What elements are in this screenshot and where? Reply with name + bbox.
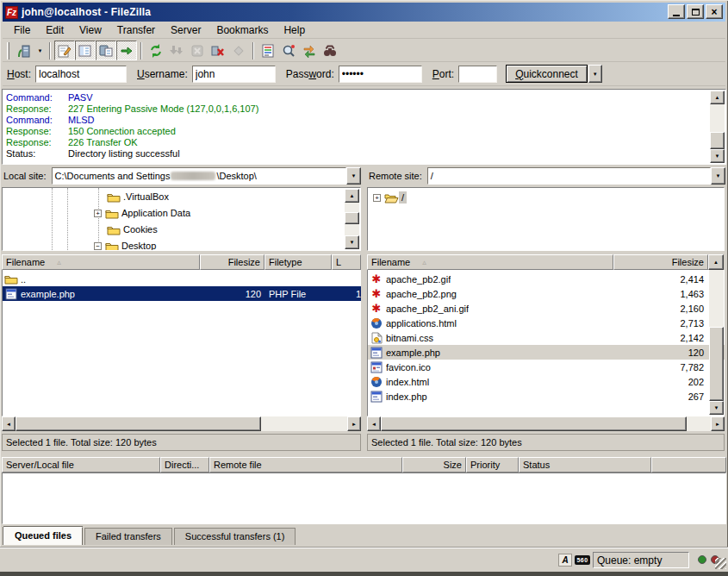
scrollbar-left-button[interactable]: ◄ [2,416,16,431]
refresh-button[interactable] [146,41,166,60]
site-manager-dropdown-button[interactable]: ▼ [34,41,46,60]
scrollbar-down-button[interactable]: ▼ [345,235,359,249]
toggle-message-log-button[interactable] [54,41,75,60]
file-row[interactable]: ✱ apache_pb2_ani.gif 2,160 [368,301,725,316]
scrollbar-thumb[interactable] [345,212,359,224]
file-row[interactable]: ✱ apache_pb2.gif 2,414 [368,272,725,286]
file-row-parent-dir[interactable]: .. [3,272,361,286]
toggle-transfer-queue-button[interactable] [116,41,137,60]
host-input[interactable] [35,66,127,83]
username-input[interactable] [192,66,276,83]
column-header-server-local-file[interactable]: Server/Local file [2,457,160,473]
quickconnect-button[interactable]: Quickconnect [506,65,588,83]
scrollbar-left-button[interactable]: ◄ [367,416,381,431]
quickconnect-dropdown-button[interactable]: ▼ [588,65,602,83]
scrollbar-thumb[interactable] [709,327,724,401]
tree-item-root[interactable]: + / [373,190,407,205]
title-bar[interactable]: Fz john@localhost - FileZilla × [3,3,725,22]
column-header-status[interactable]: Status [519,457,651,473]
local-horizontal-scrollbar[interactable]: ◄ ► [2,416,361,431]
scrollbar-up-button[interactable]: ▲ [708,254,724,270]
tab-failed-transfers[interactable]: Failed transfers [84,528,172,545]
port-input[interactable] [458,66,497,83]
tab-successful-transfers[interactable]: Successful transfers (1) [174,528,296,545]
menu-file[interactable]: File [6,22,38,39]
toggle-local-tree-button[interactable] [75,41,96,60]
menu-edit[interactable]: Edit [38,22,72,39]
remote-site-combobox[interactable]: / ▼ [427,167,725,185]
local-site-dropdown-button[interactable]: ▼ [346,167,361,185]
tree-item-desktop[interactable]: − Desktop [94,238,159,251]
file-row[interactable]: ✱ apache_pb2.png 1,463 [368,286,725,301]
remote-tree-icon [98,43,114,59]
file-row[interactable]: index.php 267 [368,389,725,404]
process-queue-button[interactable] [166,41,187,60]
file-row-example-php[interactable]: example.php 120 PHP File 1 [3,286,361,301]
queue-list[interactable] [2,473,726,524]
file-row[interactable]: bitnami.css 2,142 [368,330,725,345]
file-row[interactable]: favicon.ico 7,782 [368,360,725,374]
queue-header: Server/Local file Directi... Remote file… [2,457,726,473]
tree-item-application-data[interactable]: + Application Data [94,205,193,221]
scrollbar-right-button[interactable]: ► [347,416,361,431]
resize-grip-icon[interactable] [715,558,726,569]
file-row[interactable]: applications.html 2,713 [368,316,725,330]
menu-server[interactable]: Server [163,22,208,39]
find-files-button[interactable] [320,41,340,60]
column-header-filename[interactable]: Filename▵ [2,254,200,270]
filezilla-window: Fz john@localhost - FileZilla × File Edi… [0,0,728,576]
scrollbar-thumb[interactable] [710,132,725,149]
scrollbar-thumb[interactable] [381,416,687,431]
close-button[interactable]: × [706,4,723,19]
site-manager-button[interactable] [14,41,34,60]
remote-site-dropdown-button[interactable]: ▼ [711,167,725,185]
maximize-button[interactable] [687,4,704,19]
scrollbar-right-button[interactable]: ► [711,416,725,431]
scrollbar-down-button[interactable]: ▼ [709,401,724,415]
php-file-icon [370,347,383,359]
column-header-remote-file[interactable]: Remote file [209,457,402,473]
column-header-priority[interactable]: Priority [466,457,519,473]
local-site-path[interactable]: C:\Documents and Settings\Desktop\ [52,167,346,185]
column-header-filename[interactable]: Filename▵ [367,254,613,270]
scrollbar-up-button[interactable]: ▲ [710,91,725,104]
file-row-selected[interactable]: example.php 120 [368,345,725,360]
directory-comparison-button[interactable] [278,41,299,60]
scrollbar-thumb[interactable] [16,416,261,431]
column-header-size[interactable]: Size [402,457,466,473]
collapse-minus-icon[interactable]: − [94,242,102,250]
synchronized-browsing-button[interactable] [299,41,320,60]
tree-item-virtualbox[interactable]: .VirtualBox [107,189,171,204]
disconnect-button[interactable] [208,41,228,60]
reconnect-button[interactable] [228,41,249,60]
remote-horizontal-scrollbar[interactable]: ◄ ► [367,416,725,431]
scrollbar-down-button[interactable]: ▼ [710,149,725,163]
file-row[interactable]: index.html 202 [368,374,725,389]
menu-bookmarks[interactable]: Bookmarks [208,22,276,39]
remote-file-list: ✱ apache_pb2.gif 2,414 ✱ apache_pb2.png … [367,270,725,416]
tree-item-cookies[interactable]: Cookies [107,222,160,237]
password-input[interactable] [339,66,422,83]
expand-plus-icon[interactable]: + [94,210,102,217]
toolbar-grip[interactable] [7,42,9,59]
column-header-filesize[interactable]: Filesize [613,254,708,270]
minimize-button[interactable] [668,4,685,19]
apache-feather-icon: ✱ [370,273,383,285]
directory-listing-filters-button[interactable] [258,41,278,60]
column-header-filesize[interactable]: Filesize [200,254,264,270]
column-header-direction[interactable]: Directi... [160,457,209,473]
tab-queued-files[interactable]: Queued files [3,527,83,545]
refresh-icon [148,43,164,59]
menu-transfer[interactable]: Transfer [109,22,163,39]
cancel-operation-button[interactable] [187,41,208,60]
scrollbar-up-button[interactable]: ▲ [345,189,359,203]
column-header-filetype[interactable]: Filetype [264,254,332,270]
menu-help[interactable]: Help [276,22,313,39]
expand-plus-icon[interactable]: + [373,194,381,202]
toggle-remote-tree-button[interactable] [96,41,116,60]
local-site-combobox[interactable]: C:\Documents and Settings\Desktop\ ▼ [52,167,361,185]
remote-site-path[interactable]: / [427,167,711,185]
column-header-last-modified[interactable]: L [332,254,361,270]
chevron-down-icon: ▼ [38,48,43,53]
menu-view[interactable]: View [72,22,109,39]
